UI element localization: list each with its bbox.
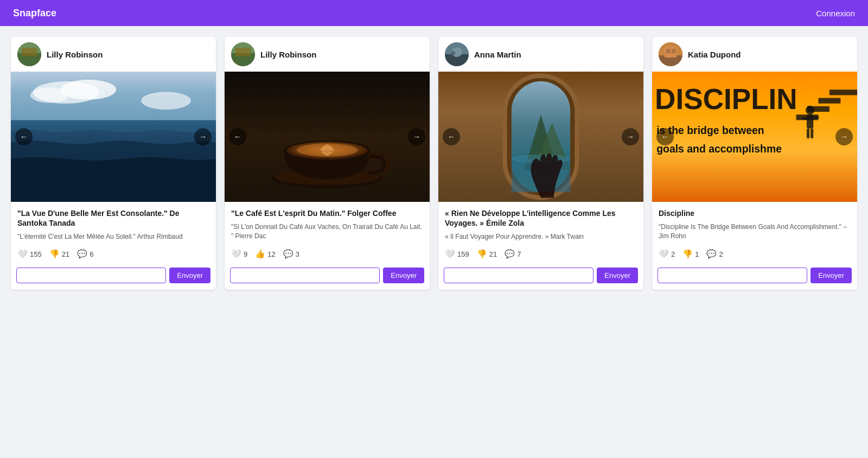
avatar-1[interactable] xyxy=(17,42,41,66)
card-image-1: ← → xyxy=(11,72,216,202)
card-body-4: Discipline "Discipline Is The Bridge Bet… xyxy=(652,202,857,245)
comment-input-1[interactable] xyxy=(16,268,166,283)
svg-rect-40 xyxy=(818,98,840,103)
card-subtitle-4: "Discipline Is The Bridge Between Goals … xyxy=(659,222,851,241)
card-image-3: ← → xyxy=(438,72,643,202)
svg-text:goals and accomplishme: goals and accomplishme xyxy=(656,143,782,155)
post-card-1: Lilly Robinson xyxy=(11,37,216,290)
card-image-4: DISCIPLIN is the bridge between goals an… xyxy=(652,72,857,202)
comment-input-4[interactable] xyxy=(658,268,807,283)
card-header-3: Anna Martin xyxy=(438,37,643,72)
send-button-1[interactable]: Envoyer xyxy=(169,268,210,283)
login-button[interactable]: Connexion xyxy=(816,9,855,18)
send-button-3[interactable]: Envoyer xyxy=(597,268,638,283)
user-name-1[interactable]: Lilly Robinson xyxy=(47,50,103,59)
heart-icon-1: 🤍 xyxy=(17,249,28,259)
card-stats-4: 🤍 2 👎 1 💬 2 xyxy=(652,245,857,263)
thumbs-count-1: 21 xyxy=(62,250,69,258)
post-card-4: Katia Dupond xyxy=(652,37,857,290)
stat-thumbs-4: 👎 1 xyxy=(682,249,699,259)
thumb-icon-2: 👍 xyxy=(255,249,265,259)
comment-input-3[interactable] xyxy=(444,268,593,283)
heart-icon-4: 🤍 xyxy=(659,249,669,259)
post-card-3: Anna Martin xyxy=(438,37,643,290)
card-title-3: « Rien Ne Développe L'intelligence Comme… xyxy=(445,208,637,228)
next-btn-3[interactable]: → xyxy=(622,128,639,145)
svg-rect-35 xyxy=(666,49,671,53)
brand-logo: Snapface xyxy=(13,8,56,19)
prev-btn-4[interactable]: ← xyxy=(656,128,674,145)
prev-btn-2[interactable]: ← xyxy=(229,128,246,145)
comment-row-4: Envoyer xyxy=(652,263,857,290)
likes-count-1: 155 xyxy=(30,250,42,258)
svg-rect-43 xyxy=(807,114,813,129)
card-body-2: "Le Café Est L'esprit Du Matin." Folger … xyxy=(225,202,430,245)
thumb-icon-1: 👎 xyxy=(49,249,60,259)
user-name-2[interactable]: Lilly Robinson xyxy=(260,50,316,59)
card-header-4: Katia Dupond xyxy=(652,37,857,72)
comments-count-3: 7 xyxy=(517,250,521,258)
card-body-3: « Rien Ne Développe L'intelligence Comme… xyxy=(438,202,643,245)
send-button-2[interactable]: Envoyer xyxy=(383,268,424,283)
svg-point-9 xyxy=(30,87,69,103)
stat-likes-4: 🤍 2 xyxy=(659,249,675,259)
comment-icon-2: 💬 xyxy=(283,249,293,259)
heart-icon-2: 🤍 xyxy=(231,249,241,259)
svg-point-8 xyxy=(61,80,116,100)
stat-comments-4: 💬 2 xyxy=(706,249,723,259)
avatar-3[interactable] xyxy=(445,42,469,66)
next-btn-2[interactable]: → xyxy=(408,128,425,145)
comment-row-2: Envoyer xyxy=(225,263,430,290)
app-header: Snapface Connexion xyxy=(0,0,868,26)
likes-count-2: 9 xyxy=(244,250,247,258)
comment-input-2[interactable] xyxy=(230,268,380,283)
send-button-4[interactable]: Envoyer xyxy=(810,268,852,283)
card-title-4: Discipline xyxy=(659,208,851,218)
user-name-3[interactable]: Anna Martin xyxy=(474,50,521,59)
card-stats-1: 🤍 155 👎 21 💬 6 xyxy=(11,245,216,263)
card-header-1: Lilly Robinson xyxy=(11,37,216,72)
svg-point-24 xyxy=(451,51,455,55)
thumbs-count-2: 12 xyxy=(267,250,275,258)
comments-count-1: 6 xyxy=(90,250,93,258)
svg-point-10 xyxy=(141,92,191,110)
prev-btn-1[interactable]: ← xyxy=(15,128,33,145)
thumbs-count-3: 21 xyxy=(489,250,497,258)
svg-rect-3 xyxy=(22,48,37,56)
card-title-2: "Le Café Est L'esprit Du Matin." Folger … xyxy=(231,208,423,218)
svg-rect-44 xyxy=(802,117,808,119)
stat-comments-2: 💬 3 xyxy=(283,249,299,259)
svg-rect-14 xyxy=(235,48,251,56)
svg-rect-46 xyxy=(807,129,809,138)
svg-rect-45 xyxy=(813,116,819,118)
post-card-2: Lilly Robinson xyxy=(225,37,430,290)
card-subtitle-1: "L'éternité C'est La Mer Mêlée Au Soleil… xyxy=(17,232,209,241)
next-btn-4[interactable]: → xyxy=(835,128,853,145)
comment-icon-1: 💬 xyxy=(77,249,87,259)
card-subtitle-2: "Si L'on Donnait Du Café Aux Vaches, On … xyxy=(231,222,423,241)
stat-likes-3: 🤍 159 xyxy=(445,249,469,259)
prev-btn-3[interactable]: ← xyxy=(443,128,460,145)
avatar-4[interactable] xyxy=(659,42,682,66)
stat-comments-1: 💬 6 xyxy=(77,249,93,259)
comment-row-1: Envoyer xyxy=(11,263,216,290)
svg-rect-41 xyxy=(829,90,857,95)
svg-point-42 xyxy=(806,106,814,114)
card-header-2: Lilly Robinson xyxy=(225,37,430,72)
card-stats-3: 🤍 159 👎 21 💬 7 xyxy=(438,245,643,263)
svg-text:DISCIPLIN: DISCIPLIN xyxy=(655,83,797,115)
thumb-icon-4: 👎 xyxy=(682,249,693,259)
thumbs-count-4: 1 xyxy=(695,250,699,258)
card-title-1: "La Vue D'une Belle Mer Est Consolante."… xyxy=(17,208,209,228)
avatar-2[interactable] xyxy=(231,42,255,66)
next-btn-1[interactable]: → xyxy=(194,128,212,145)
card-body-1: "La Vue D'une Belle Mer Est Consolante."… xyxy=(11,202,216,245)
heart-icon-3: 🤍 xyxy=(445,249,455,259)
comments-count-2: 3 xyxy=(296,250,299,258)
card-image-2: ← → xyxy=(225,72,430,202)
stat-likes-2: 🤍 9 xyxy=(231,249,247,259)
stat-thumbs-1: 👎 21 xyxy=(49,249,69,259)
stat-thumbs-2: 👍 12 xyxy=(255,249,275,259)
card-subtitle-3: « Il Faut Voyager Pour Apprendre. » Mark… xyxy=(445,232,637,241)
user-name-4[interactable]: Katia Dupond xyxy=(688,50,741,59)
